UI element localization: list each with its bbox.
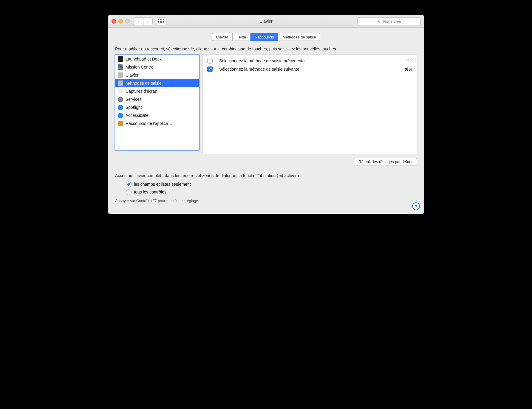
tab-label: Méthodes de saisie <box>282 35 316 39</box>
button-label: Rétablir les réglages par défaut <box>358 159 412 164</box>
nav-buttons: ‹ › <box>134 17 153 25</box>
category-label: Captures d'écran <box>126 89 157 94</box>
minimize-window-button[interactable] <box>118 19 123 24</box>
category-label: Méthodes de saisie <box>126 81 162 86</box>
category-item[interactable]: Captures d'écran <box>115 87 199 95</box>
shortcut-label: Sélectionnez la méthode de saisie suivan… <box>219 67 405 72</box>
chevron-left-icon: ‹ <box>138 19 140 24</box>
input-sources-icon <box>118 80 123 86</box>
shortcut-label: Sélectionnez la méthode de saisie précéd… <box>219 58 405 63</box>
category-label: Services <box>126 97 142 102</box>
chevron-right-icon: › <box>147 19 149 24</box>
titlebar: ‹ › Clavier Rechercher <box>108 15 424 28</box>
shortcut-key[interactable]: ⌘N <box>405 67 412 72</box>
accessibility-icon <box>118 113 123 118</box>
tab-texte[interactable]: Texte <box>233 33 250 41</box>
search-icon <box>376 19 380 23</box>
grid-icon <box>158 19 164 23</box>
window-controls <box>112 19 130 24</box>
shortcut-list: Sélectionnez la méthode de saisie précéd… <box>202 55 417 154</box>
app-shortcuts-icon <box>118 121 123 126</box>
spotlight-icon <box>118 105 123 110</box>
category-label: Accessibilité <box>126 113 149 118</box>
tab-label: Texte <box>237 35 246 39</box>
radio-label: tous les contrôles <box>134 190 166 194</box>
full-keyboard-access-text: Accès au clavier complet : dans les fenê… <box>108 173 424 178</box>
mission-control-icon <box>118 64 123 70</box>
close-window-button[interactable] <box>112 19 116 24</box>
tab-label: Clavier <box>216 35 228 39</box>
category-item[interactable]: Clavier <box>115 71 199 79</box>
help-button[interactable]: ? <box>412 202 420 210</box>
radio-option[interactable]: les champs et listes seulement <box>126 180 417 188</box>
zoom-window-button <box>125 19 130 24</box>
category-item[interactable]: Méthodes de saisie <box>115 79 199 87</box>
category-label: Raccourcis de l'applica… <box>126 121 172 126</box>
category-item[interactable]: Spotlight <box>115 103 199 111</box>
radio-button[interactable] <box>126 189 132 195</box>
category-label: Spotlight <box>126 105 142 110</box>
category-label: Mission Control <box>126 65 154 69</box>
shortcut-checkbox[interactable] <box>207 58 213 63</box>
launchpad-icon <box>118 56 123 62</box>
category-item[interactable]: Launchpad et Dock <box>115 55 199 63</box>
radio-label: les champs et listes seulement <box>134 182 191 187</box>
help-icon: ? <box>415 204 417 209</box>
content: Clavier Texte Raccourcis Méthodes de sai… <box>108 28 424 208</box>
category-label: Launchpad et Dock <box>126 57 162 61</box>
category-item[interactable]: Accessibilité <box>115 111 199 119</box>
search-field[interactable]: Rechercher <box>357 17 420 25</box>
category-item[interactable]: Mission Control <box>115 63 199 71</box>
shortcut-row[interactable]: Sélectionnez la méthode de saisie suivan… <box>202 65 417 73</box>
full-keyboard-access-radios: les champs et listes seulement tous les … <box>108 178 424 197</box>
category-list[interactable]: Launchpad et Dock Mission Control Clavie… <box>115 55 199 151</box>
shortcut-row[interactable]: Sélectionnez la méthode de saisie précéd… <box>202 57 417 65</box>
tab-bar: Clavier Texte Raccourcis Méthodes de sai… <box>108 33 424 41</box>
svg-point-0 <box>377 20 379 22</box>
category-item[interactable]: Raccourcis de l'applica… <box>115 119 199 127</box>
tab-clavier[interactable]: Clavier <box>212 33 233 41</box>
show-all-button[interactable] <box>156 17 166 25</box>
category-label: Clavier <box>126 73 139 78</box>
window-title: Clavier <box>259 19 273 24</box>
screenshots-icon <box>118 89 123 94</box>
keyboard-icon <box>118 72 123 78</box>
svg-line-1 <box>378 22 379 23</box>
category-item[interactable]: Services <box>115 95 199 103</box>
preferences-window: ‹ › Clavier Rechercher Clavier Texte Rac… <box>108 15 424 214</box>
instruction-text: Pour modifier un raccourci, sélectionnez… <box>108 46 424 55</box>
back-button[interactable]: ‹ <box>134 17 143 25</box>
radio-option[interactable]: tous les contrôles <box>126 188 417 196</box>
restore-defaults-button[interactable]: Rétablir les réglages par défaut <box>354 158 417 165</box>
tab-raccourcis[interactable]: Raccourcis <box>250 33 278 41</box>
full-keyboard-access-hint: Appuyer sur Contrôle+F7 pour modifier ce… <box>108 197 424 203</box>
shortcut-key[interactable]: ⌘P <box>405 58 412 63</box>
radio-button[interactable] <box>126 182 132 187</box>
search-placeholder: Rechercher <box>381 19 401 24</box>
services-icon <box>118 97 123 102</box>
tab-methodes[interactable]: Méthodes de saisie <box>278 33 320 41</box>
shortcut-checkbox[interactable] <box>207 66 213 72</box>
tab-label: Raccourcis <box>255 35 274 39</box>
forward-button[interactable]: › <box>143 17 153 25</box>
